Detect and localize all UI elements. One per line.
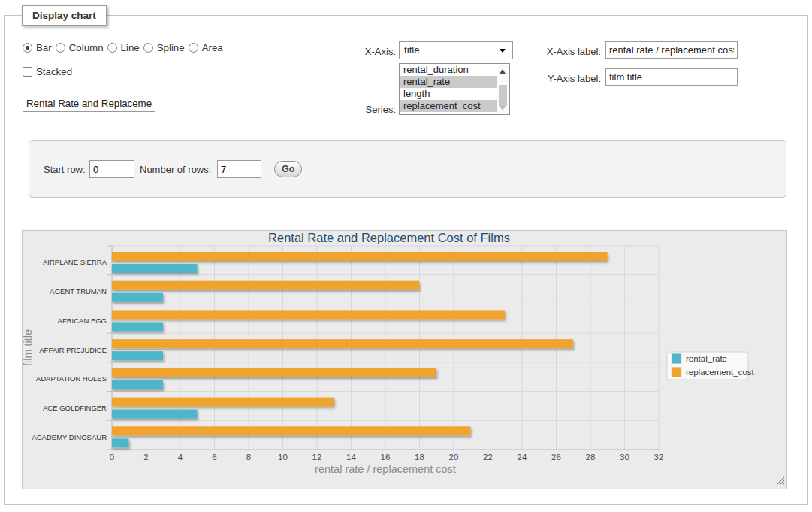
go-button[interactable]: Go bbox=[274, 161, 302, 177]
svg-text:10: 10 bbox=[278, 453, 288, 462]
radio-label: Line bbox=[121, 42, 140, 53]
stacked-label: Stacked bbox=[36, 66, 72, 77]
bar-rental_rate bbox=[112, 264, 198, 273]
radio-button[interactable] bbox=[107, 43, 117, 53]
svg-text:30: 30 bbox=[620, 453, 629, 462]
bar-rental_rate bbox=[112, 293, 163, 302]
y-axis-label-input[interactable] bbox=[605, 68, 738, 86]
scroll-down-arrow-icon[interactable] bbox=[500, 106, 506, 111]
radio-button[interactable] bbox=[189, 43, 198, 53]
svg-text:24: 24 bbox=[518, 453, 527, 462]
stacked-checkbox-row[interactable]: Stacked bbox=[23, 66, 72, 77]
bar-rental_rate bbox=[112, 322, 163, 331]
series-options: rental_durationrental_ratelengthreplacem… bbox=[400, 64, 509, 112]
bar-replacement_cost bbox=[112, 368, 436, 377]
svg-text:18: 18 bbox=[415, 453, 424, 462]
x-tick-labels: 02468101214161820222426283032 bbox=[110, 453, 664, 462]
chart-title: Rental Rate and Replacement Cost of Film… bbox=[268, 231, 510, 244]
series-option-rental_duration[interactable]: rental_duration bbox=[400, 64, 497, 76]
rows-panel: Start row: Number of rows: Go bbox=[29, 140, 786, 198]
bar-rental_rate bbox=[112, 438, 129, 447]
svg-text:AFFAIR PREJUDICE: AFFAIR PREJUDICE bbox=[39, 346, 107, 354]
svg-text:4: 4 bbox=[178, 453, 183, 462]
svg-text:6: 6 bbox=[212, 453, 216, 462]
chart-x-axis-title: rental rate / replacement cost bbox=[315, 463, 456, 475]
chart-container: AIRPLANE SIERRAAGENT TRUMANAFRICAN EGGAF… bbox=[22, 230, 787, 489]
chart-type-radio-spline[interactable]: Spline bbox=[143, 42, 185, 53]
radio-label: Column bbox=[69, 42, 104, 53]
radio-label: Spline bbox=[157, 42, 185, 53]
number-of-rows-input[interactable] bbox=[217, 160, 261, 178]
chart-type-radio-area[interactable]: Area bbox=[189, 42, 223, 53]
svg-text:8: 8 bbox=[246, 453, 251, 462]
series-option-length[interactable]: length bbox=[400, 88, 497, 100]
svg-text:2: 2 bbox=[143, 453, 148, 462]
svg-text:ACADEMY DINOSAUR: ACADEMY DINOSAUR bbox=[32, 433, 107, 441]
svg-text:14: 14 bbox=[346, 453, 356, 462]
category-labels: AIRPLANE SIERRAAGENT TRUMANAFRICAN EGGAF… bbox=[32, 258, 107, 441]
x-axis-label-input[interactable] bbox=[605, 41, 738, 59]
radio-button[interactable] bbox=[23, 43, 32, 53]
svg-text:28: 28 bbox=[586, 453, 596, 462]
svg-text:ADAPTATION HOLES: ADAPTATION HOLES bbox=[36, 374, 107, 383]
legend-label-rental_rate[interactable]: rental_rate bbox=[686, 354, 727, 363]
radio-button[interactable] bbox=[56, 43, 65, 53]
number-of-rows-label: Number of rows: bbox=[140, 164, 211, 175]
svg-text:22: 22 bbox=[483, 453, 493, 462]
svg-text:20: 20 bbox=[449, 453, 459, 462]
series-listbox[interactable]: rental_durationrental_ratelengthreplacem… bbox=[399, 63, 510, 115]
bar-rental_rate bbox=[112, 410, 198, 419]
radio-label: Area bbox=[202, 42, 223, 53]
radio-button[interactable] bbox=[143, 43, 153, 53]
scrollbar[interactable] bbox=[497, 65, 509, 114]
scrollbar-thumb[interactable] bbox=[499, 85, 507, 106]
chart-title-input[interactable] bbox=[23, 95, 155, 112]
radio-label: Bar bbox=[36, 42, 52, 53]
bar-replacement_cost bbox=[112, 398, 334, 407]
x-axis-select-label: X-Axis: bbox=[300, 46, 396, 57]
chart-type-radio-group: BarColumnLineSplineArea bbox=[23, 42, 223, 53]
y-axis-label-label: Y-Axis label: bbox=[496, 73, 601, 84]
chart-y-axis-title: film title bbox=[23, 329, 34, 366]
svg-text:26: 26 bbox=[551, 453, 561, 462]
chart-type-radio-column[interactable]: Column bbox=[56, 42, 104, 53]
bar-rental_rate bbox=[112, 351, 163, 360]
svg-text:16: 16 bbox=[381, 453, 391, 462]
legend-symbol-replacement_cost[interactable] bbox=[672, 368, 681, 377]
stacked-checkbox[interactable] bbox=[23, 67, 32, 77]
legend-label-replacement_cost[interactable]: replacement_cost bbox=[686, 368, 755, 377]
bar-replacement_cost bbox=[112, 426, 471, 435]
series-option-rental_rate[interactable]: rental_rate bbox=[400, 76, 497, 88]
svg-text:0: 0 bbox=[110, 453, 114, 462]
bar-replacement_cost bbox=[112, 339, 573, 348]
chart: AIRPLANE SIERRAAGENT TRUMANAFRICAN EGGAF… bbox=[23, 231, 786, 489]
series-list-label: Series: bbox=[315, 104, 396, 115]
resize-handle[interactable] bbox=[777, 477, 784, 484]
x-axis-label-label: X-Axis label: bbox=[496, 46, 601, 57]
svg-text:AFRICAN EGG: AFRICAN EGG bbox=[58, 317, 107, 325]
fieldset-legend: Display chart bbox=[22, 5, 107, 26]
fieldset-legend-text: Display chart bbox=[32, 10, 96, 21]
x-axis-select-value: title bbox=[404, 44, 420, 56]
chart-legend: rental_ratereplacement_cost bbox=[667, 352, 755, 380]
bar-replacement_cost bbox=[112, 281, 419, 290]
svg-text:AIRPLANE SIERRA: AIRPLANE SIERRA bbox=[43, 258, 107, 266]
svg-text:ACE GOLDFINGER: ACE GOLDFINGER bbox=[43, 404, 107, 412]
series-option-replacement_cost[interactable]: replacement_cost bbox=[400, 100, 497, 112]
chart-bars bbox=[112, 252, 608, 447]
start-row-label: Start row: bbox=[44, 164, 86, 175]
chart-type-radio-bar[interactable]: Bar bbox=[23, 42, 52, 53]
legend-symbol-rental_rate[interactable] bbox=[672, 354, 681, 364]
bar-replacement_cost bbox=[112, 252, 608, 261]
chart-type-radio-line[interactable]: Line bbox=[107, 42, 140, 53]
svg-text:AGENT TRUMAN: AGENT TRUMAN bbox=[50, 287, 107, 295]
svg-text:12: 12 bbox=[312, 453, 322, 462]
start-row-input[interactable] bbox=[89, 160, 134, 178]
bar-replacement_cost bbox=[112, 310, 505, 319]
svg-text:32: 32 bbox=[654, 453, 664, 462]
bar-rental_rate bbox=[112, 380, 163, 389]
